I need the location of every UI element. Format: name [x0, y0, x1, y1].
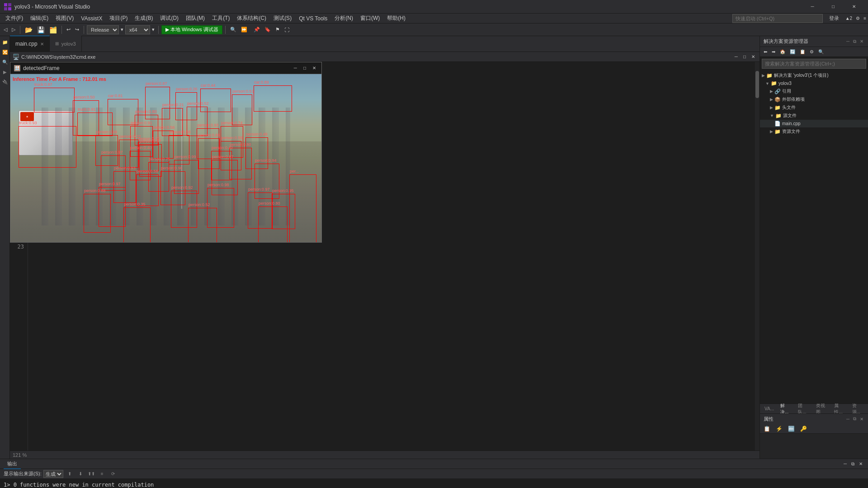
props-float[interactable]: ⧉ — [852, 416, 857, 422]
tree-project[interactable]: ▼ 📁 yolov3 — [760, 80, 868, 87]
tab-solution[interactable]: 解决... — [778, 404, 794, 414]
login-btn[interactable]: 登录 — [826, 15, 842, 22]
cmd-maximize[interactable]: □ — [741, 52, 748, 62]
toolbar-b5[interactable]: ⛶ — [283, 25, 291, 35]
tree-resources[interactable]: ▶ 📁 资源文件 — [760, 127, 868, 136]
menu-tools[interactable]: 工具(T) — [208, 14, 233, 23]
se-search-input[interactable] — [762, 59, 866, 69]
menu-analyze[interactable]: 分析(N) — [331, 14, 357, 23]
editor-scrollbar[interactable] — [755, 62, 760, 450]
se-close-btn[interactable]: ✕ — [859, 39, 864, 44]
se-pin-btn[interactable]: ─ — [845, 39, 850, 44]
detected-frame-window[interactable]: 🪟 detectedFrame ─ □ ✕ — [10, 62, 322, 243]
maximize-btn[interactable]: □ — [823, 0, 844, 14]
se-btn1[interactable]: ⬅ — [762, 47, 769, 57]
menu-team[interactable]: 团队(M) — [182, 14, 208, 23]
tree-solution[interactable]: ▶ 📁 解决方案 'yolov3'(1 个项目) — [760, 71, 868, 80]
menu-view[interactable]: 视图(V) — [52, 14, 77, 23]
toolbar-b1[interactable]: ⏩ — [239, 25, 249, 35]
menu-test[interactable]: 测试(S) — [270, 14, 295, 23]
menu-extra-icon2[interactable]: ⚙ — [856, 16, 860, 21]
menu-window[interactable]: 窗口(W) — [357, 14, 383, 23]
output-btn1[interactable]: ⬆ — [65, 470, 74, 478]
tab-classview[interactable]: 类视图 — [813, 404, 831, 414]
cmd-close[interactable]: ✕ — [750, 52, 757, 62]
platform-dropdown[interactable]: ▾ — [151, 25, 156, 35]
menu-vassistx[interactable]: VAssistX — [77, 14, 106, 23]
se-btn7[interactable]: 🔍 — [816, 47, 826, 57]
menu-file[interactable]: 文件(F) — [2, 14, 27, 23]
detected-minimize[interactable]: ─ — [292, 63, 299, 73]
close-btn[interactable]: ✕ — [844, 0, 864, 14]
minimize-btn[interactable]: ─ — [802, 0, 823, 14]
activity-solution[interactable]: 📁 — [1, 38, 9, 46]
output-content[interactable]: 1> 0 functions were new in current compi… — [0, 479, 868, 488]
se-float-btn[interactable]: ⧉ — [852, 39, 857, 44]
output-panel-float[interactable]: ⧉ — [849, 459, 856, 469]
output-btn3[interactable]: ⬆⬆ — [87, 470, 96, 478]
se-btn3[interactable]: 🏠 — [778, 47, 787, 57]
menu-extra-icon3[interactable]: ≡ — [863, 16, 866, 21]
toolbar-search[interactable]: 🔍 — [228, 25, 238, 35]
tab-team[interactable]: 团队... — [795, 404, 812, 414]
activity-ext[interactable]: 🔌 — [1, 78, 9, 86]
toolbar-b4[interactable]: ⚑ — [274, 25, 282, 35]
toolbar-back[interactable]: ◁ — [2, 25, 9, 35]
se-btn6[interactable]: ⚙ — [808, 47, 816, 57]
toolbar-b2[interactable]: 📌 — [252, 25, 262, 35]
toolbar-open[interactable]: 📂 — [23, 25, 34, 35]
tab-yolov3[interactable]: ⊞ yolov3 — [50, 36, 82, 52]
toolbar-undo[interactable]: ↩ — [65, 25, 72, 35]
menu-qtvs[interactable]: Qt VS Tools — [295, 14, 331, 23]
menu-project[interactable]: 项目(P) — [106, 14, 131, 23]
tree-external[interactable]: ▶ 📦 外部依赖项 — [760, 95, 868, 103]
tree-headers[interactable]: ▶ 📁 头文件 — [760, 103, 868, 112]
menu-arch[interactable]: 体系结构(C) — [233, 14, 270, 23]
quick-launch-search[interactable] — [732, 14, 823, 23]
config-selector[interactable]: Release Debug — [87, 25, 119, 34]
toolbar-redo[interactable]: ↪ — [73, 25, 81, 35]
tab-resources[interactable]: 资源... — [849, 404, 866, 414]
menu-edit[interactable]: 编辑(E) — [27, 14, 52, 23]
activity-run2[interactable]: ▶ — [1, 68, 9, 76]
output-panel-close[interactable]: ✕ — [857, 459, 864, 469]
menu-help[interactable]: 帮助(H) — [383, 14, 409, 23]
detected-close[interactable]: ✕ — [311, 63, 318, 73]
props-pin[interactable]: ─ — [845, 417, 850, 422]
menu-build[interactable]: 生成(B) — [131, 14, 156, 23]
tab-maincpp-close[interactable]: ✕ — [40, 42, 44, 47]
output-panel-pin[interactable]: ─ — [842, 459, 849, 469]
activity-git[interactable]: 🔀 — [1, 48, 9, 56]
output-btn4[interactable]: ≡ — [98, 470, 107, 478]
tab-maincpp[interactable]: main.cpp ✕ — [10, 36, 50, 52]
config-dropdown[interactable]: ▾ — [120, 25, 124, 35]
solution-icon: 📁 — [766, 73, 773, 79]
tree-sources[interactable]: ▼ 📁 源文件 — [760, 112, 868, 120]
run-btn[interactable]: ▶ 本地 Windows 调试器 — [161, 25, 222, 34]
se-btn4[interactable]: 🔄 — [788, 47, 797, 57]
activity-search2[interactable]: 🔍 — [1, 58, 9, 66]
output-source-select[interactable]: 生成 调试 常规 — [43, 470, 63, 478]
toolbar-save[interactable]: 💾 — [35, 25, 47, 35]
toolbar-save-all[interactable]: 🗂️ — [47, 25, 59, 35]
output-btn2[interactable]: ⬇ — [76, 470, 85, 478]
toolbar-b3[interactable]: 🔖 — [263, 25, 273, 35]
output-tab-output[interactable]: 输出 — [4, 459, 21, 469]
se-btn5[interactable]: 📋 — [798, 47, 807, 57]
menu-debug[interactable]: 调试(D) — [156, 14, 182, 23]
detected-maximize[interactable]: □ — [302, 63, 308, 73]
props-close[interactable]: ✕ — [859, 417, 864, 422]
cmd-minimize[interactable]: ─ — [733, 52, 740, 62]
props-btn4[interactable]: 🔑 — [798, 424, 809, 434]
props-btn1[interactable]: 📋 — [762, 424, 772, 434]
output-btn5[interactable]: ⟳ — [108, 470, 118, 478]
props-btn3[interactable]: 🔤 — [786, 424, 797, 434]
toolbar-forward[interactable]: ▷ — [10, 25, 17, 35]
tree-references[interactable]: ▶ 🔗 引用 — [760, 87, 868, 95]
se-btn2[interactable]: ➡ — [770, 47, 777, 57]
tab-props[interactable]: 属性... — [831, 404, 848, 414]
platform-selector[interactable]: x64 x86 ARM — [125, 25, 150, 34]
tab-va[interactable]: VA... — [762, 404, 777, 414]
props-btn2[interactable]: ⚡ — [774, 424, 784, 434]
tree-maincpp[interactable]: 📄 main.cpp — [760, 120, 868, 127]
